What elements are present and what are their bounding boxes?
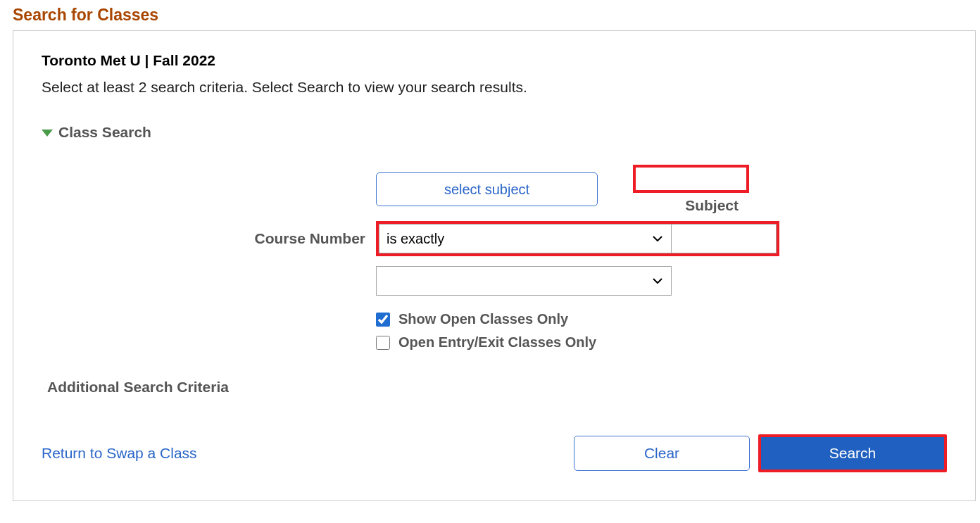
course-number-label: Course Number xyxy=(42,230,376,247)
chevron-down-icon xyxy=(42,130,53,137)
show-open-only-label: Show Open Classes Only xyxy=(398,311,568,327)
course-number-operator-select[interactable]: is exactly xyxy=(379,224,671,253)
additional-criteria-title: Additional Search Criteria xyxy=(47,379,229,396)
subject-input[interactable] xyxy=(636,168,746,190)
open-only-row: Show Open Classes Only xyxy=(376,311,947,327)
search-panel: Toronto Met U | Fall 2022 Select at leas… xyxy=(13,30,976,501)
context-line: Toronto Met U | Fall 2022 xyxy=(42,52,947,69)
career-row xyxy=(42,266,947,296)
course-number-row: Course Number is exactly xyxy=(42,221,947,256)
footer-row: Return to Swap a Class Clear Search xyxy=(42,434,947,472)
page-title: Search for Classes xyxy=(0,0,980,30)
search-button-highlight: Search xyxy=(758,434,947,472)
course-number-input[interactable] xyxy=(671,224,777,253)
clear-button[interactable]: Clear xyxy=(574,436,750,471)
instructions-text: Select at least 2 search criteria. Selec… xyxy=(42,79,947,96)
additional-criteria-toggle[interactable]: Additional Search Criteria xyxy=(42,379,947,396)
open-entry-label: Open Entry/Exit Classes Only xyxy=(398,334,596,351)
subject-input-highlight xyxy=(633,165,749,193)
footer-buttons: Clear Search xyxy=(574,434,947,472)
course-number-highlight: is exactly xyxy=(376,221,779,256)
career-select[interactable] xyxy=(376,266,672,296)
subject-row: select subject Subject xyxy=(42,165,947,214)
open-entry-checkbox[interactable] xyxy=(376,336,390,350)
select-subject-button[interactable]: select subject xyxy=(376,172,598,206)
show-open-only-checkbox[interactable] xyxy=(376,313,390,327)
subject-label: Subject xyxy=(685,197,739,214)
class-search-toggle[interactable]: Class Search xyxy=(42,124,947,141)
class-search-title: Class Search xyxy=(58,124,151,141)
search-button[interactable]: Search xyxy=(761,437,944,470)
class-search-form: select subject Subject Course Number is … xyxy=(42,165,947,351)
return-link[interactable]: Return to Swap a Class xyxy=(42,445,197,462)
open-entry-row: Open Entry/Exit Classes Only xyxy=(376,334,947,351)
